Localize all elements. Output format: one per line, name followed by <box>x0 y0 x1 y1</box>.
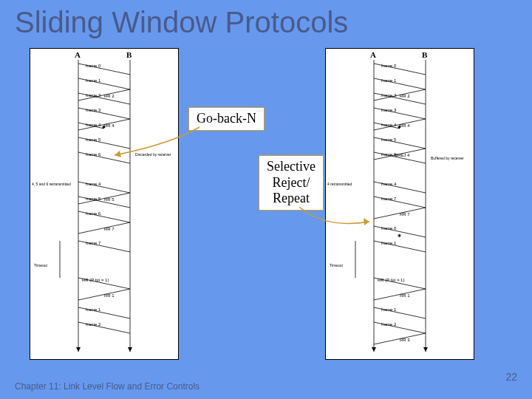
svg-text:RR 2: RR 2 <box>104 94 115 98</box>
svg-marker-95 <box>372 347 376 352</box>
callout-gobackn: Go-back-N <box>188 107 265 131</box>
svg-text:RR 2: RR 2 <box>400 94 410 98</box>
station-a-label-r: A <box>370 50 376 59</box>
svg-marker-96 <box>423 347 428 352</box>
svg-text:frame 4: frame 4 <box>381 182 397 186</box>
svg-text:SREJ 4: SREJ 4 <box>395 153 410 157</box>
callout-selective: Selective Reject/ Repeat <box>259 155 324 211</box>
station-a-label: A <box>75 50 81 59</box>
svg-text:RR 1: RR 1 <box>400 293 410 298</box>
svg-text:frame 3: frame 3 <box>86 108 101 112</box>
svg-text:frame 5: frame 5 <box>381 137 397 142</box>
svg-text:4 retransmitted: 4 retransmitted <box>327 182 352 186</box>
svg-text:frame 6: frame 6 <box>381 152 397 157</box>
gobackn-svg: frame 0 frame 1 RR 2 frame 2 frame 3 RR … <box>30 49 178 359</box>
svg-text:frame 6: frame 6 <box>86 152 101 157</box>
selective-line1: Selective <box>267 159 316 174</box>
slide-title: Sliding Window Protocols <box>15 6 348 39</box>
svg-marker-46 <box>128 347 132 352</box>
svg-text:Timeout: Timeout <box>34 263 47 267</box>
svg-text:frame 2: frame 2 <box>86 93 101 98</box>
svg-text:Timeout: Timeout <box>330 263 343 267</box>
svg-text:RR 4: RR 4 <box>400 123 410 128</box>
svg-marker-45 <box>76 347 81 352</box>
svg-text:frame 4: frame 4 <box>86 182 101 186</box>
svg-text:Discarded by receiver: Discarded by receiver <box>135 152 171 157</box>
footer-text: Chapter 11: Link Level Flow and Error Co… <box>15 381 200 392</box>
svg-text:frame 6: frame 6 <box>86 211 101 216</box>
svg-text:frame 7: frame 7 <box>381 197 397 201</box>
svg-text:frame 1: frame 1 <box>86 307 101 312</box>
svg-text:RR 5: RR 5 <box>104 197 115 202</box>
selective-svg: frame 0 frame 1 RR 2 frame 2 frame 3 RR … <box>326 49 474 359</box>
station-b-label-r: B <box>422 50 427 59</box>
svg-text:RR (P bit = 1): RR (P bit = 1) <box>378 278 404 282</box>
selective-line3: Repeat <box>273 191 310 205</box>
svg-text:frame 5: frame 5 <box>86 197 101 201</box>
svg-text:frame 1: frame 1 <box>381 241 397 245</box>
svg-text:✱: ✱ <box>398 233 401 238</box>
svg-text:frame 2: frame 2 <box>381 93 397 98</box>
svg-text:✱: ✱ <box>398 125 401 129</box>
svg-text:frame 4: frame 4 <box>86 123 101 127</box>
svg-text:frame 5: frame 5 <box>86 137 101 142</box>
svg-text:frame 2: frame 2 <box>86 322 101 327</box>
diagram-selective: A B frame 0 frame 1 RR 2 frame 2 frame 3… <box>325 48 474 360</box>
svg-text:RR 4: RR 4 <box>104 123 115 128</box>
svg-text:✱: ✱ <box>102 125 106 129</box>
svg-text:frame 7: frame 7 <box>86 241 101 245</box>
svg-text:frame 4: frame 4 <box>381 123 397 127</box>
svg-text:RR 3: RR 3 <box>400 338 410 342</box>
svg-text:RR (P bit = 1): RR (P bit = 1) <box>82 278 109 282</box>
svg-text:frame 1: frame 1 <box>381 307 397 312</box>
diagram-gobackn: A B frame 0 frame 1 RR 2 frame 2 frame 3… <box>30 48 179 360</box>
svg-text:Buffered by receiver: Buffered by receiver <box>431 156 464 160</box>
svg-text:frame 0: frame 0 <box>86 64 101 68</box>
svg-text:RR 7: RR 7 <box>104 227 115 231</box>
station-b-label: B <box>126 50 132 59</box>
svg-text:frame 1: frame 1 <box>86 78 101 83</box>
svg-text:frame 3: frame 3 <box>381 108 397 112</box>
svg-text:4, 5 and 6 retransmitted: 4, 5 and 6 retransmitted <box>32 182 71 186</box>
svg-text:frame 2: frame 2 <box>381 322 397 327</box>
selective-line2: Reject/ <box>273 175 310 190</box>
svg-text:frame 0: frame 0 <box>381 226 397 231</box>
svg-text:frame 1: frame 1 <box>381 78 397 83</box>
svg-text:RR 1: RR 1 <box>104 293 115 298</box>
svg-text:RR 7: RR 7 <box>400 212 410 216</box>
page-number: 22 <box>505 371 517 383</box>
svg-text:frame 0: frame 0 <box>381 64 397 68</box>
